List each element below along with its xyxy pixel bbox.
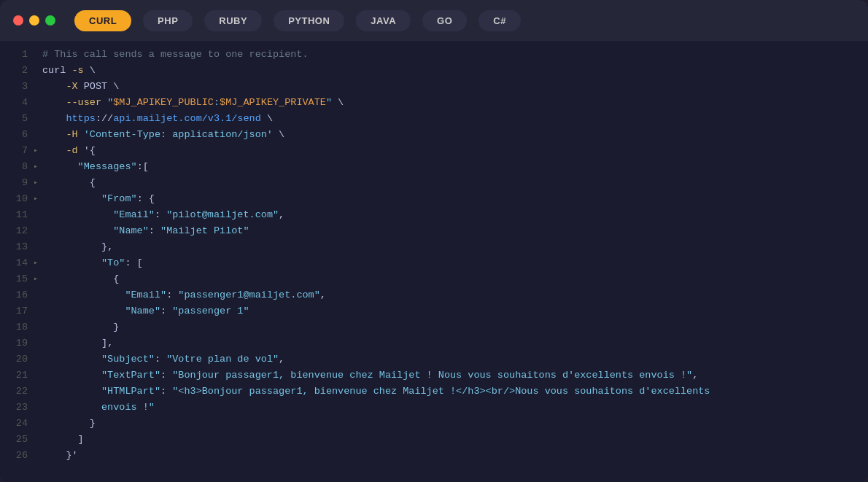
tab-curl[interactable]: CURL — [74, 10, 131, 31]
code-line-10: "From": { — [42, 191, 859, 207]
code-line-20: "Subject": "Votre plan de vol", — [42, 351, 859, 368]
minimize-button[interactable] — [29, 15, 39, 26]
code-line-19: ], — [42, 335, 859, 351]
code-line-24: } — [42, 416, 859, 432]
tab-go[interactable]: GO — [422, 10, 467, 31]
line-num-10[interactable]: 10 — [16, 191, 28, 207]
line-num-18: 18 — [16, 319, 28, 335]
line-numbers: 1 2 3 4 5 6 7 8 9 10 11 12 13 14 15 16 1… — [0, 47, 34, 476]
line-num-12: 12 — [16, 223, 28, 239]
line-num-5: 5 — [22, 111, 28, 127]
line-num-22: 22 — [16, 384, 28, 400]
code-line-14: "To": [ — [42, 255, 859, 271]
code-line-15: { — [42, 271, 859, 287]
line-num-13: 13 — [16, 239, 28, 255]
code-line-1: # This call sends a message to one recip… — [42, 47, 859, 63]
code-lines: # This call sends a message to one recip… — [34, 47, 868, 476]
line-num-23: 23 — [16, 400, 28, 416]
code-line-26: }' — [42, 448, 859, 464]
tab-php[interactable]: PHP — [143, 10, 193, 31]
code-line-4: --user "$MJ_APIKEY_PUBLIC:$MJ_APIKEY_PRI… — [42, 95, 859, 111]
tab-java[interactable]: JAVA — [356, 10, 411, 31]
code-line-21: "TextPart": "Bonjour passager1, bienvenu… — [42, 368, 859, 384]
line-num-11: 11 — [16, 207, 28, 223]
code-line-7: -d '{ — [42, 143, 859, 159]
line-num-24: 24 — [16, 416, 28, 432]
line-num-14[interactable]: 14 — [16, 255, 28, 271]
code-line-11: "Email": "pilot@mailjet.com", — [42, 207, 859, 223]
line-num-2: 2 — [22, 63, 28, 79]
code-line-6: -H 'Content-Type: application/json' \ — [42, 127, 859, 143]
code-line-18: } — [42, 319, 859, 335]
line-num-26: 26 — [16, 448, 28, 464]
code-line-17: "Name": "passenger 1" — [42, 303, 859, 319]
code-line-22: "HTMLPart": "<h3>Bonjour passager1, bien… — [42, 384, 859, 400]
line-num-8[interactable]: 8 — [22, 159, 28, 175]
traffic-lights — [13, 15, 55, 26]
code-line-2: curl -s \ — [42, 63, 859, 79]
code-line-12: "Name": "Mailjet Pilot" — [42, 223, 859, 239]
line-num-16: 16 — [16, 287, 28, 303]
tab-csharp[interactable]: C# — [478, 10, 521, 31]
code-line-16: "Email": "passenger1@mailjet.com", — [42, 287, 859, 303]
code-line-8: "Messages":[ — [42, 159, 859, 175]
line-num-21: 21 — [16, 368, 28, 384]
line-num-20: 20 — [16, 351, 28, 368]
line-num-25: 25 — [16, 432, 28, 448]
line-num-4: 4 — [22, 95, 28, 111]
tab-ruby[interactable]: RUBY — [204, 10, 262, 31]
line-num-3: 3 — [22, 79, 28, 95]
code-line-9: { — [42, 175, 859, 191]
tab-python[interactable]: PYTHON — [274, 10, 344, 31]
line-num-6: 6 — [22, 127, 28, 143]
line-num-17: 17 — [16, 303, 28, 319]
line-num-19: 19 — [16, 335, 28, 351]
code-line-23: envois !" — [42, 400, 859, 416]
code-editor: 1 2 3 4 5 6 7 8 9 10 11 12 13 14 15 16 1… — [0, 41, 868, 482]
maximize-button[interactable] — [45, 15, 55, 26]
main-window: CURL PHP RUBY PYTHON JAVA GO C# 1 2 3 4 … — [0, 0, 868, 482]
code-line-5: https://api.mailjet.com/v3.1/send \ — [42, 111, 859, 127]
line-num-9[interactable]: 9 — [22, 175, 28, 191]
line-num-7[interactable]: 7 — [22, 143, 28, 159]
line-num-15[interactable]: 15 — [16, 271, 28, 287]
code-line-13: }, — [42, 239, 859, 255]
code-line-3: -X POST \ — [42, 79, 859, 95]
close-button[interactable] — [13, 15, 23, 26]
titlebar: CURL PHP RUBY PYTHON JAVA GO C# — [0, 0, 868, 41]
line-num-1: 1 — [22, 47, 28, 63]
code-line-25: ] — [42, 432, 859, 448]
